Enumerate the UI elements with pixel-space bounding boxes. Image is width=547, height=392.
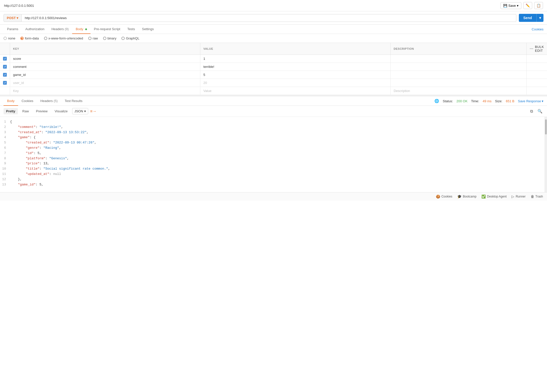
pencil-icon: ✏️ (526, 4, 530, 8)
row-value-2[interactable]: 5 (200, 71, 391, 79)
send-button[interactable]: Send ▾ (519, 14, 543, 22)
empty-desc[interactable]: Description (391, 87, 527, 95)
row-key-2[interactable]: game_id (10, 71, 200, 79)
form-data-label: form-data (25, 36, 39, 40)
row-check-0[interactable] (0, 55, 10, 63)
tab-headers[interactable]: Headers (9) (48, 25, 72, 34)
tab-settings[interactable]: Settings (139, 25, 157, 34)
response-tab-test-results[interactable]: Test Results (61, 96, 86, 106)
size-value: 651 B (506, 99, 514, 103)
more-options-icon[interactable]: ··· (530, 46, 533, 51)
table-row: user_id 20 (0, 79, 547, 87)
time-value: 49 ms (483, 99, 491, 103)
method-select[interactable]: POST ▾ (4, 14, 22, 22)
row-check-3[interactable] (0, 79, 10, 87)
row-value-0[interactable]: 1 (200, 55, 391, 63)
bottom-trash[interactable]: 🗑 Trash (531, 194, 543, 199)
response-tab-headers[interactable]: Headers (5) (37, 96, 61, 106)
row-extra-1 (527, 63, 547, 71)
row-value-3[interactable]: 20 (200, 79, 391, 87)
request-tabs: Params Authorization Headers (9) Body Pr… (0, 25, 547, 34)
json-viewer-container: 1{2 "comment": "terrible!",3 "created_at… (0, 117, 547, 192)
bottom-runner[interactable]: ▷ Runner (512, 194, 525, 199)
wrap-lines-icon[interactable]: ≡→ (90, 109, 97, 114)
send-chevron-icon[interactable]: ▾ (536, 14, 543, 22)
save-button[interactable]: 💾 Save ▾ (500, 2, 521, 9)
row-check-2[interactable] (0, 71, 10, 79)
row-desc-1[interactable] (391, 63, 527, 71)
empty-bulk (527, 87, 547, 95)
row-value-1[interactable]: terrible! (200, 63, 391, 71)
copy-button[interactable]: ⧉ (529, 108, 534, 115)
tab-authorization[interactable]: Authorization (22, 25, 48, 34)
request-bar: POST ▾ Send ▾ (0, 11, 547, 25)
row-key-0[interactable]: score (10, 55, 200, 63)
bulk-edit-label[interactable]: Bulk Edit (535, 45, 544, 53)
cookies-link[interactable]: Cookies (532, 27, 543, 31)
response-tab-cookies[interactable]: Cookies (18, 96, 37, 106)
empty-value[interactable]: Value (200, 87, 391, 95)
table-row: game_id 5 (0, 71, 547, 79)
radio-graphql[interactable]: GraphQL (121, 36, 139, 40)
checkbox-0[interactable] (3, 57, 7, 61)
bottom-cookies[interactable]: 🍪 Cookies (436, 194, 452, 199)
json-format-select[interactable]: JSON ▾ (72, 108, 88, 114)
radio-form-data[interactable]: form-data (20, 36, 39, 40)
urlencoded-label: x-www-form-urlencoded (49, 36, 83, 40)
row-key-3[interactable]: user_id (10, 79, 200, 87)
radio-raw-dot (88, 37, 92, 40)
row-key-1[interactable]: comment (10, 63, 200, 71)
radio-urlencoded-dot (44, 37, 47, 40)
line-content: "price": 13, (10, 161, 543, 166)
tab-body[interactable]: Body (72, 25, 90, 34)
line-content: "comment": "terrible!", (10, 125, 543, 130)
response-headers-count: (5) (54, 99, 58, 103)
table-row-empty: Key Value Description (0, 87, 547, 95)
checkbox-1[interactable] (3, 65, 7, 69)
scrollbar-track[interactable] (544, 117, 547, 192)
raw-label: raw (93, 36, 98, 40)
line-number: 5 (0, 140, 10, 145)
line-content: }, (10, 177, 543, 182)
empty-key[interactable]: Key (10, 87, 200, 95)
search-button[interactable]: 🔍 (536, 108, 543, 115)
line-number: 6 (0, 145, 10, 151)
body-active-dot (85, 28, 87, 30)
radio-raw[interactable]: raw (88, 36, 98, 40)
radio-urlencoded[interactable]: x-www-form-urlencoded (44, 36, 83, 40)
tab-prerequest[interactable]: Pre-request Script (90, 25, 124, 34)
col-desc: DESCRIPTION (391, 43, 527, 55)
response-section: Body Cookies Headers (5) Test Results 🌐 … (0, 95, 547, 192)
save-chevron-icon: ▾ (517, 4, 519, 8)
checkbox-2[interactable] (3, 73, 7, 77)
row-check-1[interactable] (0, 63, 10, 71)
json-line: 5 "created_at": "2022-09-13 00:47:26", (0, 140, 547, 145)
row-desc-0[interactable] (391, 55, 527, 63)
doc-icon-button[interactable]: 📋 (534, 2, 543, 9)
top-bar: http://127.0.0.1:5001 💾 Save ▾ ✏️ 📋 (0, 0, 547, 11)
tab-tests[interactable]: Tests (124, 25, 138, 34)
row-desc-3[interactable] (391, 79, 527, 87)
radio-binary-dot (103, 37, 106, 40)
format-visualize[interactable]: Visualize (52, 108, 70, 114)
col-value: VALUE (200, 43, 391, 55)
row-desc-2[interactable] (391, 71, 527, 79)
save-response-button[interactable]: Save Response ▾ (518, 99, 543, 103)
response-tab-body[interactable]: Body (4, 96, 18, 106)
trash-label: Trash (535, 195, 543, 198)
bottom-bootcamp[interactable]: 🎓 Bootcamp (457, 194, 476, 199)
line-content: "platform": "Genesis", (10, 156, 543, 161)
radio-none[interactable]: none (4, 36, 15, 40)
url-input[interactable] (22, 14, 516, 22)
checkbox-3[interactable] (3, 81, 7, 85)
format-raw[interactable]: Raw (20, 108, 31, 114)
line-number: 1 (0, 119, 10, 125)
tab-params[interactable]: Params (4, 25, 22, 34)
format-pretty[interactable]: Pretty (4, 108, 18, 114)
edit-icon-button[interactable]: ✏️ (523, 2, 532, 9)
scrollbar-thumb[interactable] (545, 119, 547, 134)
bottom-desktop-agent[interactable]: ✅ Desktop Agent (481, 194, 507, 199)
json-line: 1{ (0, 119, 547, 125)
radio-binary[interactable]: binary (103, 36, 116, 40)
format-preview[interactable]: Preview (33, 108, 50, 114)
